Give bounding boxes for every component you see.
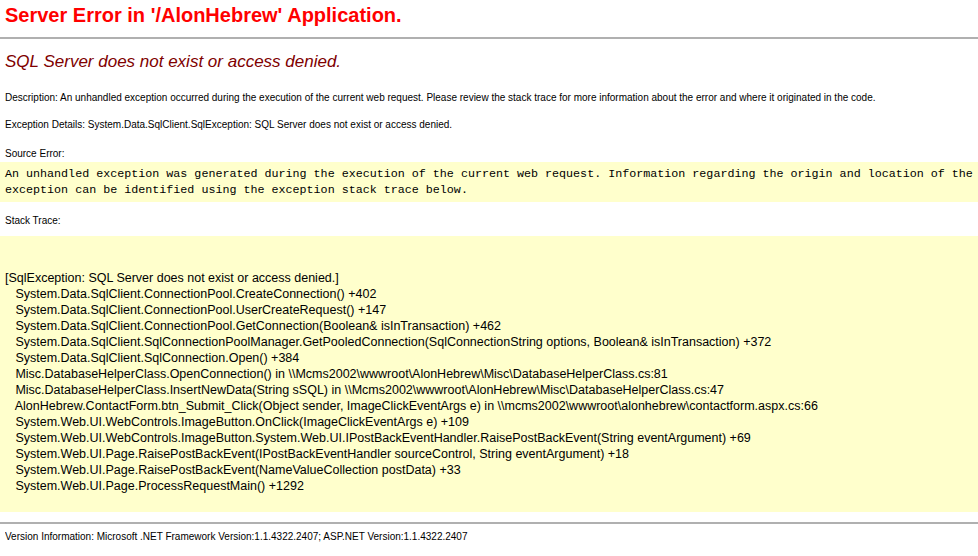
version-info: Version Information: Microsoft .NET Fram…	[5, 530, 973, 543]
stack-trace-line: System.Web.UI.Page.ProcessRequestMain() …	[5, 478, 973, 494]
stack-trace-line: Misc.DatabaseHelperClass.OpenConnection(…	[5, 366, 973, 382]
description-line: Description: An unhandled exception occu…	[5, 91, 973, 104]
stack-trace-line: Misc.DatabaseHelperClass.InsertNewData(S…	[5, 382, 973, 398]
stack-trace-line: [SqlException: SQL Server does not exist…	[5, 270, 973, 286]
description-text: An unhandled exception occurred during t…	[58, 92, 876, 103]
exception-details-label: Exception Details:	[5, 119, 85, 130]
stack-trace-line: System.Web.UI.WebControls.ImageButton.Sy…	[5, 430, 973, 446]
stack-trace-line: System.Data.SqlClient.SqlConnectionPoolM…	[5, 334, 973, 350]
stack-trace-box: [SqlException: SQL Server does not exist…	[0, 236, 978, 512]
top-divider	[0, 37, 978, 39]
page-title: Server Error in '/AlonHebrew' Applicatio…	[5, 3, 973, 27]
stack-trace-line: AlonHebrew.ContactForm.btn_Submit_Click(…	[5, 398, 973, 414]
stack-trace-label: Stack Trace:	[5, 214, 973, 227]
source-error-line: An unhandled exception was generated dur…	[5, 166, 973, 182]
source-error-label: Source Error:	[5, 147, 973, 160]
stack-trace-line: System.Data.SqlClient.ConnectionPool.Get…	[5, 318, 973, 334]
source-error-box: An unhandled exception was generated dur…	[0, 162, 978, 202]
stack-trace-line	[5, 238, 973, 254]
stack-trace-line: System.Data.SqlClient.ConnectionPool.Cre…	[5, 286, 973, 302]
exception-details-line: Exception Details: System.Data.SqlClient…	[5, 118, 973, 131]
stack-trace-line: System.Web.UI.Page.RaisePostBackEvent(IP…	[5, 446, 973, 462]
exception-details-text: System.Data.SqlClient.SqlException: SQL …	[85, 119, 452, 130]
stack-trace-line	[5, 494, 973, 510]
stack-trace-line: System.Web.UI.Page.RaisePostBackEvent(Na…	[5, 462, 973, 478]
stack-trace-line: System.Web.UI.WebControls.ImageButton.On…	[5, 414, 973, 430]
aspnet-error-page: Server Error in '/AlonHebrew' Applicatio…	[0, 3, 978, 543]
stack-trace-line	[5, 254, 973, 270]
stack-trace-line: System.Data.SqlClient.ConnectionPool.Use…	[5, 302, 973, 318]
source-error-line: exception can be identified using the ex…	[5, 182, 973, 198]
error-subtitle: SQL Server does not exist or access deni…	[5, 52, 973, 72]
description-label: Description:	[5, 92, 58, 103]
stack-trace-line: System.Data.SqlClient.SqlConnection.Open…	[5, 350, 973, 366]
bottom-divider	[0, 522, 978, 524]
